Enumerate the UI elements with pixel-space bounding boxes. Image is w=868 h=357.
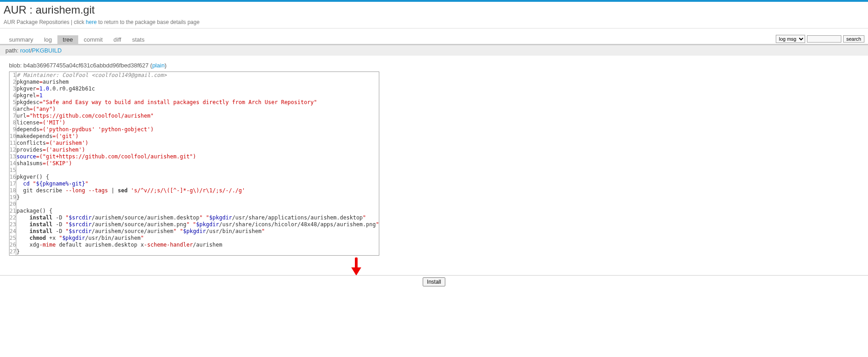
line-number[interactable]: 13 <box>9 153 16 160</box>
code-block: 1234567891011121314151617181920212223242… <box>9 71 379 256</box>
line-number[interactable]: 23 <box>9 221 16 228</box>
tab-log[interactable]: log <box>38 35 57 44</box>
line-number[interactable]: 8 <box>9 119 16 126</box>
line-number[interactable]: 25 <box>9 235 16 242</box>
tabs-row: summarylogtreecommitdiffstats log msg <box>0 35 868 45</box>
line-number[interactable]: 15 <box>9 167 16 174</box>
line-number[interactable]: 7 <box>9 113 16 119</box>
line-number[interactable]: 4 <box>9 92 16 99</box>
line-number[interactable]: 16 <box>9 174 16 181</box>
line-number[interactable]: 9 <box>9 126 16 133</box>
here-link[interactable]: here <box>86 19 97 25</box>
line-number[interactable]: 10 <box>9 133 16 140</box>
line-number[interactable]: 2 <box>9 79 16 86</box>
line-number[interactable]: 19 <box>9 194 16 201</box>
tab-summary[interactable]: summary <box>4 35 38 44</box>
page-title: AUR : aurishem.git <box>4 4 864 16</box>
path-file-link[interactable]: PKGBUILD <box>32 47 62 54</box>
blob-info: blob: b4ab369677455a04cf631c6abbdd96fbed… <box>0 56 868 71</box>
page-subtitle: AUR Package Repositories | click here to… <box>4 16 864 28</box>
path-root-link[interactable]: root <box>20 47 30 54</box>
line-number[interactable]: 11 <box>9 140 16 147</box>
install-button[interactable]: Install <box>423 277 445 286</box>
line-number[interactable]: 14 <box>9 160 16 167</box>
page-header: AUR : aurishem.git AUR Package Repositor… <box>0 2 868 29</box>
line-number[interactable]: 12 <box>9 147 16 153</box>
search-area: log msg <box>776 35 864 44</box>
plain-link[interactable]: plain <box>152 62 165 69</box>
tab-tree[interactable]: tree <box>57 35 78 44</box>
search-input[interactable] <box>807 35 841 43</box>
line-number[interactable]: 1 <box>9 72 16 79</box>
tabs: summarylogtreecommitdiffstats <box>4 35 150 44</box>
line-number[interactable]: 21 <box>9 208 16 214</box>
path-breadcrumb: path: root/PKGBUILD <box>0 45 868 56</box>
line-number[interactable]: 20 <box>9 201 16 208</box>
line-number[interactable]: 22 <box>9 214 16 221</box>
footer: Install <box>0 275 868 286</box>
search-button[interactable] <box>843 35 864 43</box>
line-number[interactable]: 27 <box>9 248 16 255</box>
line-numbers: 1234567891011121314151617181920212223242… <box>9 72 16 255</box>
line-number[interactable]: 17 <box>9 181 16 187</box>
line-number[interactable]: 26 <box>9 242 16 248</box>
line-number[interactable]: 24 <box>9 228 16 235</box>
line-number[interactable]: 6 <box>9 106 16 113</box>
tab-diff[interactable]: diff <box>108 35 127 44</box>
code-content: # Maintainer: CoolFool <coolfool149@gmai… <box>16 72 379 255</box>
line-number[interactable]: 18 <box>9 187 16 194</box>
line-number[interactable]: 5 <box>9 99 16 106</box>
tab-commit[interactable]: commit <box>78 35 108 44</box>
search-type-select[interactable]: log msg <box>776 35 805 43</box>
tab-stats[interactable]: stats <box>127 35 150 44</box>
line-number[interactable]: 3 <box>9 86 16 92</box>
